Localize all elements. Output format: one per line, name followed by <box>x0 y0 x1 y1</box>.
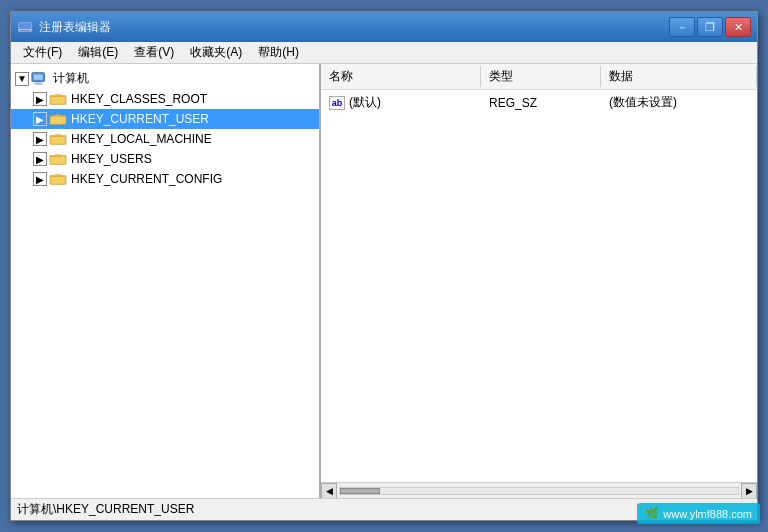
folder-icon-users <box>49 152 67 166</box>
window-title: 注册表编辑器 <box>39 19 669 36</box>
menu-view[interactable]: 查看(V) <box>126 42 182 63</box>
svg-rect-4 <box>34 74 43 79</box>
reg-data-value: (数值未设置) <box>609 95 677 109</box>
reg-name-label: (默认) <box>349 94 381 111</box>
expand-current-config[interactable]: ▶ <box>33 172 47 186</box>
tree-item-classes-root[interactable]: ▶ HKEY_CLASSES_ROOT <box>11 89 319 109</box>
svg-rect-7 <box>50 96 66 104</box>
status-text: 计算机\HKEY_CURRENT_USER <box>17 501 194 518</box>
status-bar: 计算机\HKEY_CURRENT_USER <box>11 498 757 520</box>
svg-rect-10 <box>50 156 66 164</box>
folder-icon-current-config <box>49 172 67 186</box>
expand-computer[interactable]: ▼ <box>15 72 29 86</box>
tree-pane[interactable]: ▼ 计算机 ▶ HKEY_CLASSES_ROOT <box>11 64 321 498</box>
tree-item-current-user[interactable]: ▶ HKEY_CURRENT_USER <box>11 109 319 129</box>
ab-icon: ab <box>329 96 345 110</box>
expand-classes-root[interactable]: ▶ <box>33 92 47 106</box>
restore-button[interactable]: ❐ <box>697 17 723 37</box>
reg-type-value: REG_SZ <box>489 96 537 110</box>
label-classes-root: HKEY_CLASSES_ROOT <box>71 92 207 106</box>
scroll-right-button[interactable]: ▶ <box>741 483 757 499</box>
svg-rect-9 <box>50 136 66 144</box>
svg-rect-11 <box>50 176 66 184</box>
menu-help[interactable]: 帮助(H) <box>250 42 307 63</box>
right-pane-body: ab (默认) REG_SZ (数值未设置) <box>321 90 757 482</box>
folder-icon-classes-root <box>49 92 67 106</box>
col-header-name[interactable]: 名称 <box>321 66 481 87</box>
minimize-button[interactable]: － <box>669 17 695 37</box>
label-local-machine: HKEY_LOCAL_MACHINE <box>71 132 212 146</box>
menu-file[interactable]: 文件(F) <box>15 42 70 63</box>
label-users: HKEY_USERS <box>71 152 152 166</box>
reg-name-cell: ab (默认) <box>329 94 489 111</box>
tree-root-computer[interactable]: ▼ 计算机 <box>11 68 319 89</box>
title-bar: 注册表编辑器 － ❐ ✕ <box>11 12 757 42</box>
label-current-config: HKEY_CURRENT_CONFIG <box>71 172 222 186</box>
close-button[interactable]: ✕ <box>725 17 751 37</box>
computer-label: 计算机 <box>53 70 89 87</box>
svg-rect-2 <box>20 30 30 31</box>
svg-rect-8 <box>50 116 66 124</box>
scroll-left-button[interactable]: ◀ <box>321 483 337 499</box>
scroll-thumb[interactable] <box>340 488 380 494</box>
folder-icon-local-machine <box>49 132 67 146</box>
expand-local-machine[interactable]: ▶ <box>33 132 47 146</box>
reg-row-default[interactable]: ab (默认) REG_SZ (数值未设置) <box>321 92 757 113</box>
menu-favorites[interactable]: 收藏夹(A) <box>182 42 250 63</box>
reg-type-cell: REG_SZ <box>489 96 609 110</box>
col-header-type[interactable]: 类型 <box>481 66 601 87</box>
expand-current-user[interactable]: ▶ <box>33 112 47 126</box>
scroll-track[interactable] <box>339 487 739 495</box>
horizontal-scrollbar[interactable]: ◀ ▶ <box>321 482 757 498</box>
menu-bar: 文件(F) 编辑(E) 查看(V) 收藏夹(A) 帮助(H) <box>11 42 757 64</box>
tree-item-local-machine[interactable]: ▶ HKEY_LOCAL_MACHINE <box>11 129 319 149</box>
tree-item-users[interactable]: ▶ HKEY_USERS <box>11 149 319 169</box>
column-headers: 名称 类型 数据 <box>321 64 757 90</box>
computer-icon <box>31 71 49 87</box>
window-icon <box>17 19 33 35</box>
label-current-user: HKEY_CURRENT_USER <box>71 112 209 126</box>
window-controls: － ❐ ✕ <box>669 17 751 37</box>
reg-data-cell: (数值未设置) <box>609 94 749 111</box>
right-pane: 名称 类型 数据 ab (默认) REG_SZ (数值未设置) <box>321 64 757 498</box>
svg-rect-6 <box>34 83 43 84</box>
expand-users[interactable]: ▶ <box>33 152 47 166</box>
svg-rect-1 <box>19 23 31 29</box>
tree-item-current-config[interactable]: ▶ HKEY_CURRENT_CONFIG <box>11 169 319 189</box>
col-header-data[interactable]: 数据 <box>601 66 757 87</box>
menu-edit[interactable]: 编辑(E) <box>70 42 126 63</box>
main-content: ▼ 计算机 ▶ HKEY_CLASSES_ROOT <box>11 64 757 498</box>
folder-icon-current-user <box>49 112 67 126</box>
